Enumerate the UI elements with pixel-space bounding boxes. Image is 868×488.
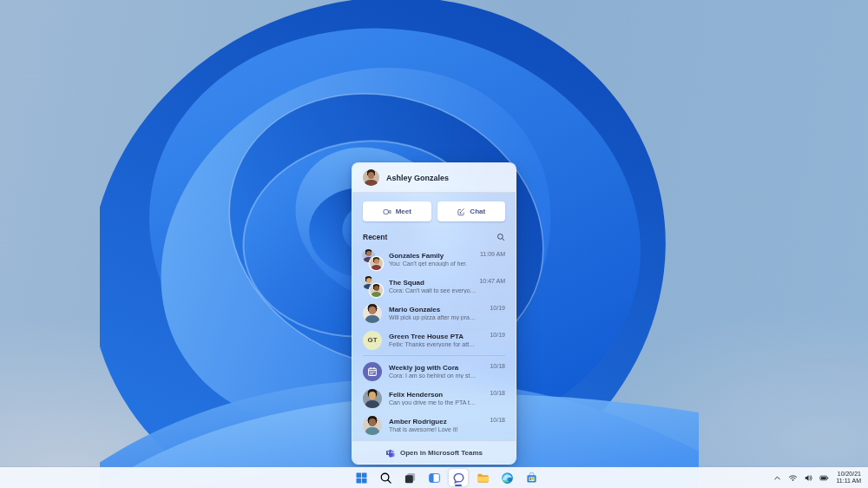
recent-section-header: Recent <box>352 226 516 244</box>
chat-timestamp: 10/18 <box>490 363 505 369</box>
teams-chat-icon <box>452 472 465 485</box>
system-tray: 10/20/21 11:11 AM <box>770 467 865 488</box>
taskbar-clock[interactable]: 10/20/21 11:11 AM <box>832 471 865 485</box>
chat-preview: Will pick up pizza after my practice. <box>389 314 477 320</box>
store-icon <box>525 472 538 485</box>
list-divider <box>363 355 505 356</box>
chat-preview: Felix: Thanks everyone for attending tod… <box>389 341 477 347</box>
compose-icon <box>457 208 465 216</box>
widgets-button[interactable] <box>424 469 444 486</box>
battery-icon <box>819 473 829 483</box>
file-explorer-icon <box>477 472 490 485</box>
search-button[interactable] <box>376 469 395 486</box>
open-in-teams-button[interactable]: Open in Microsoft Teams <box>352 440 516 464</box>
windows-start-icon <box>355 472 368 485</box>
clock-time: 11:11 AM <box>836 478 861 485</box>
user-name: Ashley Gonzales <box>386 174 449 182</box>
chat-name: Felix Henderson <box>389 391 477 399</box>
chat-list-item[interactable]: GT Green Tree House PTA Felix: Thanks ev… <box>352 326 516 353</box>
chat-list-item[interactable]: The Squad Cora: Can't wait to see everyo… <box>352 273 516 300</box>
taskbar-center-icons <box>352 467 541 488</box>
action-buttons-row: Meet Chat <box>352 193 516 226</box>
widgets-icon <box>428 472 441 485</box>
chat-avatar <box>363 389 382 408</box>
chat-name: Gonzales Family <box>389 252 477 260</box>
edge-button[interactable] <box>497 469 516 486</box>
open-in-teams-label: Open in Microsoft Teams <box>400 449 483 457</box>
chat-name: Mario Gonzales <box>389 306 477 313</box>
chat-button[interactable] <box>449 469 468 486</box>
chat-timestamp: 10/18 <box>490 417 505 423</box>
calendar-icon <box>363 362 382 381</box>
chat-list-item[interactable]: Gonzales Family You: Can't get enough of… <box>352 246 516 273</box>
wifi-button[interactable] <box>786 469 799 486</box>
meet-button-label: Meet <box>396 208 411 215</box>
chat-timestamp: 10:47 AM <box>479 278 505 284</box>
chat-list-item[interactable]: Mario Gonzales Will pick up pizza after … <box>352 300 516 326</box>
teams-chat-flyout: Ashley Gonzales Meet Chat Recent Gonzale… <box>352 162 516 465</box>
chat-avatar <box>363 250 382 269</box>
chat-button-label: Chat <box>470 208 485 215</box>
chat-name: Green Tree House PTA <box>389 333 477 340</box>
user-avatar <box>363 169 379 186</box>
teams-icon <box>385 448 395 458</box>
chat-list: Gonzales Family You: Can't get enough of… <box>352 244 516 440</box>
volume-button[interactable] <box>801 469 815 486</box>
video-camera-icon <box>383 208 391 216</box>
battery-button[interactable] <box>817 469 831 486</box>
group-member-avatar <box>370 284 383 297</box>
chat-preview: Cora: Can't wait to see everyone! <box>389 287 477 293</box>
flyout-header[interactable]: Ashley Gonzales <box>352 163 516 193</box>
chat-preview: That is awesome! Love it! <box>389 426 477 432</box>
edge-icon <box>501 472 514 485</box>
chat-timestamp: 10/18 <box>490 390 505 396</box>
wifi-icon <box>788 473 798 483</box>
store-button[interactable] <box>522 469 541 486</box>
chat-list-item[interactable]: Weekly jog with Cora Cora: I am so behin… <box>352 358 516 385</box>
chat-list-item[interactable]: Felix Henderson Can you drive me to the … <box>352 385 516 412</box>
chat-list-item[interactable]: Amber Rodriguez That is awesome! Love it… <box>352 412 516 439</box>
chat-name: The Squad <box>389 279 477 287</box>
chat-timestamp: 10/19 <box>490 332 505 338</box>
clock-date: 10/20/21 <box>836 471 861 478</box>
chat-button-flyout[interactable]: Chat <box>437 201 506 221</box>
chat-preview: You: Can't get enough of her. <box>389 260 477 267</box>
chat-name: Amber Rodriguez <box>389 418 477 425</box>
tray-icons <box>770 469 831 486</box>
chat-preview: Can you drive me to the PTA today? <box>389 399 477 406</box>
start-button[interactable] <box>352 469 371 486</box>
volume-icon <box>804 473 813 483</box>
file-explorer-button[interactable] <box>473 469 492 486</box>
chat-preview: Cora: I am so behind on my step goals. <box>389 373 477 379</box>
chat-name: Weekly jog with Cora <box>389 364 477 372</box>
chevron-up-icon <box>773 473 782 483</box>
chat-avatar <box>363 416 382 435</box>
search-icon[interactable] <box>496 233 505 241</box>
taskbar: 10/20/21 11:11 AM <box>0 467 868 488</box>
tray-chevron-button[interactable] <box>770 469 784 486</box>
chat-timestamp: 11:09 AM <box>480 251 505 257</box>
chat-avatar <box>363 277 382 296</box>
group-member-avatar <box>370 257 383 270</box>
recent-label: Recent <box>363 233 387 241</box>
chat-avatar <box>363 304 382 323</box>
chat-avatar: GT <box>363 331 382 350</box>
task-view-icon <box>404 472 417 485</box>
search-icon <box>379 472 392 485</box>
meet-button[interactable]: Meet <box>363 201 431 221</box>
task-view-button[interactable] <box>400 469 419 486</box>
chat-timestamp: 10/19 <box>490 305 505 311</box>
